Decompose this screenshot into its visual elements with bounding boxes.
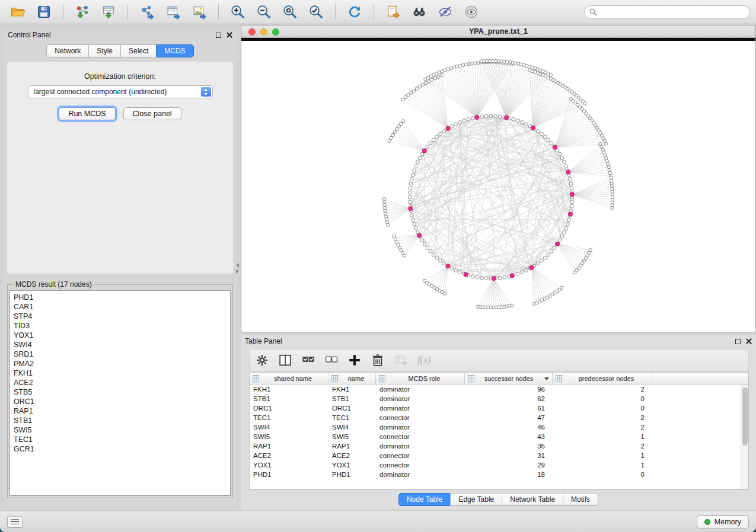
mcds-result-item[interactable]: STP4 [14,312,230,321]
mcds-result-item[interactable]: TEC1 [14,435,230,444]
column-header-name[interactable]: name [328,373,376,384]
mcds-result-list[interactable]: PHD1CAR1STP4TID3YOX1SWI4SRD1PMA2FKH1ACE2… [9,290,231,496]
mcds-result-item[interactable]: PMA2 [14,359,230,368]
close-window-icon[interactable] [248,28,256,36]
table-row[interactable]: FKH1FKH1dominator962 [250,384,741,394]
manage-columns-icon[interactable] [277,352,293,368]
table-row[interactable]: ORC1ORC1dominator610 [250,403,741,413]
mcds-result-item[interactable]: STB1 [14,416,230,425]
close-panel-icon[interactable] [227,32,232,38]
table-grid-icon [556,375,562,383]
table-grid-icon [331,375,338,383]
mcds-result-item[interactable]: ACE2 [14,378,230,387]
column-header-shared-name[interactable]: shared name [250,373,328,384]
search-input[interactable] [600,7,745,17]
panel-splitter[interactable] [237,25,240,332]
maximize-window-icon[interactable] [272,28,279,36]
table-row[interactable]: SWI5SWI5connector431 [250,432,741,441]
table-row[interactable]: ACE2ACE2connector311 [250,451,741,460]
first-neighbors-icon[interactable] [407,2,431,21]
mcds-result-item[interactable]: TID3 [14,321,230,331]
tab-select[interactable]: Select [120,44,157,57]
zoom-actual-icon[interactable] [278,2,302,21]
tab-style[interactable]: Style [88,44,121,57]
mcds-result-item[interactable]: ORC1 [14,397,230,406]
mcds-result-item[interactable]: RAP1 [14,406,230,416]
zoom-in-icon[interactable] [226,2,250,21]
table-cell: 31 [465,452,553,459]
column-header-successor-nodes[interactable]: successor nodes [465,373,553,384]
run-mcds-button[interactable]: Run MCDS [59,107,115,120]
table-cell: 1 [553,433,652,440]
window-traffic-lights [248,28,279,36]
splitter-collapse-icon[interactable] [236,263,239,268]
clone-network-icon[interactable] [381,2,405,21]
function-builder-icon[interactable]: f(x) [416,352,432,368]
zoom-out-icon[interactable] [252,2,276,21]
splitter-expand-icon[interactable] [236,269,239,274]
sort-caret-icon[interactable] [544,377,549,380]
close-panel-button[interactable]: Close panel [123,107,181,120]
refresh-view-icon[interactable] [343,2,366,21]
column-header-mcds-role[interactable]: MCDS role [376,373,465,384]
select-all-rows-icon[interactable] [301,352,316,368]
table-scrollbar[interactable] [741,384,748,489]
table-row[interactable]: SWI4SWI4dominator462 [250,422,741,432]
table-cell: connector [376,414,465,421]
mcds-result-item[interactable]: FKH1 [14,368,230,378]
close-table-panel-icon[interactable] [746,338,752,344]
mcds-result-item[interactable]: SWI4 [14,340,230,350]
mcds-result-item[interactable]: PHD1 [14,293,230,302]
toolbar-separator [374,4,374,20]
tab-node-table[interactable]: Node Table [398,493,451,506]
tab-mcds[interactable]: MCDS [156,44,193,57]
network-canvas[interactable] [241,38,755,332]
open-session-icon[interactable] [6,2,30,21]
tab-edge-table[interactable]: Edge Table [450,493,502,506]
export-table-icon[interactable] [161,2,185,21]
export-network-icon[interactable] [135,2,159,21]
add-row-icon[interactable] [347,352,362,368]
table-scrollbar-thumb[interactable] [742,387,748,446]
save-session-icon[interactable] [32,2,56,21]
criterion-dropdown[interactable]: largest connected component (undirected) [28,85,213,98]
table-row[interactable]: PHD1PHD1dominator180 [250,470,741,479]
panel-menu-icon[interactable] [7,516,23,528]
mcds-result-item[interactable]: YOX1 [14,331,230,340]
import-network-icon[interactable] [71,2,94,21]
search-icon [589,8,597,16]
delete-row-icon[interactable] [370,352,385,368]
float-table-panel-icon[interactable] [735,339,741,344]
network-window-titlebar[interactable]: YPA_prune.txt_1 [241,25,755,38]
toolbar-separator [335,4,336,20]
table-row[interactable]: RAP1RAP1dominator352 [250,441,741,451]
table-row[interactable]: TEC1TEC1connector472 [250,413,741,422]
float-panel-icon[interactable] [216,33,221,38]
tab-motifs[interactable]: Motifs [563,493,598,506]
import-table-icon[interactable] [97,2,120,21]
style-preview-icon[interactable] [433,2,457,21]
mcds-result-item[interactable]: GCR1 [14,444,230,454]
table-settings-icon[interactable] [254,352,270,368]
export-image-icon[interactable] [187,2,211,21]
show-hide-icon[interactable] [460,2,483,21]
main-toolbar [0,0,756,24]
table-cell: SWI5 [250,433,328,440]
table-row[interactable]: YOX1YOX1connector291 [250,460,741,470]
table-cell: connector [376,452,465,459]
memory-button[interactable]: Memory [697,515,749,528]
toolbar-separator [218,4,219,20]
column-header-predecessor-nodes[interactable]: predecessor nodes [553,373,652,384]
mcds-result-item[interactable]: STB5 [14,387,230,397]
mcds-result-item[interactable]: CAR1 [14,302,230,312]
mcds-result-item[interactable]: SRD1 [14,350,230,359]
minimize-window-icon[interactable] [260,28,267,36]
zoom-fit-icon[interactable] [304,2,328,21]
network-graph[interactable] [241,41,755,332]
tab-network[interactable]: Network [46,44,89,57]
deselect-all-rows-icon[interactable] [324,352,339,368]
table-row[interactable]: STB1STB1dominator620 [250,394,741,403]
tab-network-table[interactable]: Network Table [502,493,563,506]
mcds-result-item[interactable]: SWI5 [14,425,230,435]
search-box[interactable] [584,5,750,19]
